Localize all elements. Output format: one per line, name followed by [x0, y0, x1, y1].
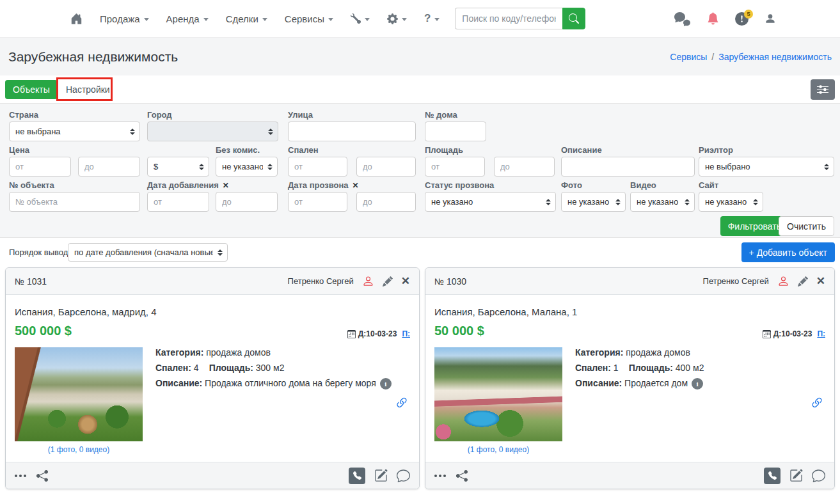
- close-icon[interactable]: ✕: [401, 276, 410, 287]
- notifications-bell-icon[interactable]: [707, 12, 719, 25]
- media-count-link[interactable]: (1 фото, 0 видео): [434, 445, 562, 454]
- date-added-from-input[interactable]: [147, 192, 209, 212]
- alerts-icon[interactable]: 5: [735, 12, 749, 26]
- home-icon[interactable]: [70, 13, 83, 25]
- share-icon[interactable]: [36, 470, 48, 482]
- price-from-input[interactable]: [9, 157, 71, 177]
- menu-help[interactable]: ?: [424, 12, 440, 25]
- bedrooms-value: 1: [614, 363, 619, 373]
- property-photo[interactable]: [434, 347, 562, 441]
- property-address: Испания, Барселона, мадрид, 4: [15, 306, 410, 317]
- filter-toggle-button[interactable]: [811, 79, 835, 100]
- category-value: продажа домов: [206, 347, 271, 358]
- call-button[interactable]: [349, 468, 365, 484]
- price-to-input[interactable]: [78, 157, 140, 177]
- call-button[interactable]: [764, 468, 781, 484]
- description-input[interactable]: [561, 157, 695, 177]
- menu-tools[interactable]: [351, 13, 370, 24]
- wrench-icon: [351, 13, 361, 24]
- more-actions-icon[interactable]: [434, 470, 446, 482]
- sort-select[interactable]: по дате добавления (сначала новые): [68, 243, 228, 262]
- date-added: Д:10-03-23: [358, 329, 397, 338]
- object-number-input[interactable]: [9, 192, 140, 212]
- currency-select[interactable]: $: [147, 157, 209, 177]
- clear-date-added-icon[interactable]: ✕: [223, 181, 229, 190]
- add-object-button[interactable]: + Добавить объект: [741, 242, 835, 262]
- select-arrows-icon: [685, 199, 690, 205]
- sliders-icon: [817, 84, 828, 95]
- realtor-select[interactable]: не выбрано: [699, 157, 834, 177]
- menu-deals[interactable]: Сделки: [226, 13, 267, 24]
- city-select[interactable]: [147, 122, 278, 141]
- agent-icon[interactable]: [777, 275, 789, 287]
- messages-icon[interactable]: [673, 12, 691, 26]
- comment-icon[interactable]: [397, 469, 410, 482]
- video-select[interactable]: не указано: [630, 192, 695, 212]
- clear-button[interactable]: Очистить: [779, 216, 834, 236]
- property-photo[interactable]: [15, 347, 143, 441]
- page-header: Зарубежная недвижимость Сервисы / Зарубе…: [0, 37, 840, 75]
- chevron-down-icon: [203, 18, 209, 21]
- description-value: Продается дом: [624, 378, 688, 388]
- edit-note-icon[interactable]: [789, 469, 803, 482]
- photo-select[interactable]: не указано: [561, 192, 626, 212]
- link-icon[interactable]: [810, 396, 824, 410]
- area-from-input[interactable]: [425, 157, 485, 177]
- menu-settings[interactable]: [387, 13, 407, 24]
- street-input[interactable]: [288, 122, 416, 141]
- select-arrows-icon: [546, 199, 551, 205]
- card-footer: [6, 462, 419, 489]
- bedrooms-from-input[interactable]: [288, 157, 347, 177]
- tab-objects[interactable]: Объекты: [5, 80, 58, 99]
- breadcrumb-services-link[interactable]: Сервисы: [670, 52, 707, 62]
- info-icon[interactable]: i: [380, 378, 392, 390]
- media-count-link[interactable]: (1 фото, 0 видео): [15, 445, 143, 454]
- category-value: продажа домов: [626, 347, 690, 358]
- top-navbar: Продажа Аренда Сделки Сервисы ?: [0, 0, 840, 37]
- chevron-down-icon: [328, 18, 333, 21]
- profile-icon[interactable]: [765, 13, 776, 24]
- tab-settings[interactable]: Настройки: [66, 84, 110, 95]
- house-number-input[interactable]: [425, 122, 486, 141]
- area-to-input[interactable]: [494, 157, 555, 177]
- more-actions-icon[interactable]: [15, 470, 26, 482]
- close-icon[interactable]: ✕: [816, 276, 825, 287]
- search-button[interactable]: [562, 8, 585, 29]
- link-icon[interactable]: [395, 396, 409, 410]
- call-date-link[interactable]: П:: [402, 329, 410, 338]
- call-status-select[interactable]: не указано: [425, 192, 556, 212]
- select-arrows-icon: [199, 164, 204, 170]
- date-added-to-input[interactable]: [216, 192, 278, 212]
- select-arrows-icon: [753, 199, 758, 205]
- agent-icon[interactable]: [362, 275, 374, 287]
- site-select[interactable]: не указано: [699, 192, 763, 212]
- search-input[interactable]: [455, 8, 562, 29]
- clear-date-called-icon[interactable]: ✕: [353, 181, 359, 190]
- select-arrows-icon: [267, 164, 273, 170]
- filter-panel: Страна Город Улица № дома не выбрана Цен…: [0, 104, 840, 238]
- agent-name: Петренко Сергей: [288, 276, 354, 286]
- edit-icon[interactable]: [798, 276, 808, 287]
- bedrooms-to-input[interactable]: [356, 157, 416, 177]
- phone-icon: [768, 471, 777, 480]
- menu-sales[interactable]: Продажа: [100, 13, 149, 24]
- menu-services[interactable]: Сервисы: [285, 13, 333, 24]
- question-icon: ?: [424, 12, 431, 25]
- country-select[interactable]: не выбрана: [9, 122, 140, 141]
- call-date-link[interactable]: П:: [817, 329, 825, 338]
- breadcrumb-current-link[interactable]: Зарубежная недвижимость: [718, 52, 832, 62]
- menu-rent[interactable]: Аренда: [166, 13, 209, 24]
- date-called-to-input[interactable]: [356, 192, 416, 212]
- search-icon: [569, 13, 579, 24]
- info-icon[interactable]: i: [692, 378, 703, 390]
- share-icon[interactable]: [456, 470, 468, 482]
- date-called-from-input[interactable]: [288, 192, 347, 212]
- edit-note-icon[interactable]: [374, 469, 388, 482]
- card-header: № 1031 Петренко Сергей ✕: [6, 268, 419, 295]
- chevron-down-icon: [402, 18, 407, 21]
- no-commission-select[interactable]: не указано: [216, 157, 278, 177]
- edit-icon[interactable]: [383, 276, 393, 287]
- select-arrows-icon: [218, 249, 223, 256]
- property-card: № 1031 Петренко Сергей ✕ Испания, Барсел…: [5, 267, 420, 489]
- comment-icon[interactable]: [812, 469, 825, 482]
